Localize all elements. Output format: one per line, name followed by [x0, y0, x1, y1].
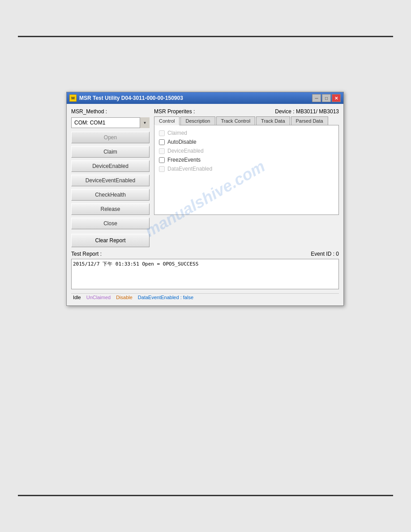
status-idle: Idle [73, 295, 81, 300]
tab-track-data[interactable]: Track Data [256, 116, 290, 125]
restore-button[interactable]: □ [322, 94, 331, 102]
status-dataevent: DataEventEnabled : false [138, 295, 193, 300]
main-window: manualshive.com M MSR Test Utility D04-3… [66, 92, 344, 306]
checkbox-row-claimed: Claimed [159, 130, 334, 136]
minimize-button[interactable]: ─ [312, 94, 321, 102]
check-health-button[interactable]: CheckHealth [71, 189, 150, 201]
device-enabled-label: DeviceEnabled [167, 148, 204, 154]
close-device-button[interactable]: Close [71, 218, 150, 229]
event-id-label: Event ID : 0 [311, 251, 339, 257]
tab-description[interactable]: Description [180, 116, 215, 125]
window-content: MSR_Method : COM: COM1 ▼ Open Claim Devi… [67, 104, 343, 305]
window-title: MSR Test Utility D04-3011-000-00-150903 [79, 95, 183, 101]
claimed-label: Claimed [167, 130, 187, 136]
tabs-container: Control Description Track Control Track … [154, 116, 339, 125]
device-enabled-button[interactable]: DeviceEnabled [71, 160, 150, 172]
title-bar: M MSR Test Utility D04-3011-000-00-15090… [67, 92, 343, 104]
data-event-enabled-label: DataEventEnabled [167, 166, 212, 172]
left-panel: MSR_Method : COM: COM1 ▼ Open Claim Devi… [71, 108, 150, 247]
clear-report-button[interactable]: Clear Report [71, 234, 150, 247]
device-label: Device : MB3011/ MB3013 [275, 108, 339, 115]
title-bar-buttons: ─ □ ✕ [312, 94, 341, 102]
report-textarea[interactable] [71, 259, 339, 289]
freeze-events-label: FreezeEvents [167, 157, 201, 163]
open-button[interactable]: Open [71, 132, 150, 143]
auto-disable-checkbox[interactable] [159, 139, 165, 145]
checkbox-row-dataeventenabled: DataEventEnabled [159, 166, 334, 172]
app-icon: M [69, 94, 77, 102]
claimed-checkbox[interactable] [159, 130, 165, 136]
report-section: Test Report : Event ID : 0 [71, 251, 339, 291]
right-panel: MSR Properites : Device : MB3011/ MB3013… [154, 108, 339, 247]
claim-button[interactable]: Claim [71, 146, 150, 158]
main-layout: MSR_Method : COM: COM1 ▼ Open Claim Devi… [71, 108, 339, 247]
tab-parsed-data[interactable]: Parsed Data [291, 116, 328, 125]
msr-properties-label: MSR Properites : [154, 108, 195, 115]
auto-disable-label: AutoDisable [167, 139, 197, 145]
tab-control[interactable]: Control [154, 116, 180, 125]
title-bar-left: M MSR Test Utility D04-3011-000-00-15090… [69, 94, 183, 102]
report-header: Test Report : Event ID : 0 [71, 251, 339, 257]
release-button[interactable]: Release [71, 203, 150, 215]
checkbox-row-autodisable: AutoDisable [159, 139, 334, 145]
close-window-button[interactable]: ✕ [332, 94, 341, 102]
com-select[interactable]: COM: COM1 [71, 117, 150, 128]
tab-content-control: Claimed AutoDisable DeviceEnabled Freeze… [154, 125, 339, 215]
status-bar: Idle UnClaimed Disable DataEventEnabled … [71, 293, 339, 301]
data-event-enabled-checkbox[interactable] [159, 166, 165, 172]
page-border-bottom [18, 495, 393, 496]
test-report-label: Test Report : [71, 251, 102, 257]
status-unclaimed: UnClaimed [86, 295, 111, 300]
checkbox-row-deviceenabled: DeviceEnabled [159, 148, 334, 154]
msr-method-label: MSR_Method : [71, 108, 150, 115]
checkbox-row-freezeevents: FreezeEvents [159, 157, 334, 163]
status-disable: Disable [116, 295, 133, 300]
freeze-events-checkbox[interactable] [159, 157, 165, 163]
com-select-wrapper: COM: COM1 ▼ [71, 117, 150, 128]
page-border-top [18, 36, 393, 37]
tab-track-control[interactable]: Track Control [216, 116, 256, 125]
device-event-enabled-button[interactable]: DeviceEventEnabled [71, 175, 150, 186]
right-panel-header: MSR Properites : Device : MB3011/ MB3013 [154, 108, 339, 115]
device-enabled-checkbox[interactable] [159, 148, 165, 154]
